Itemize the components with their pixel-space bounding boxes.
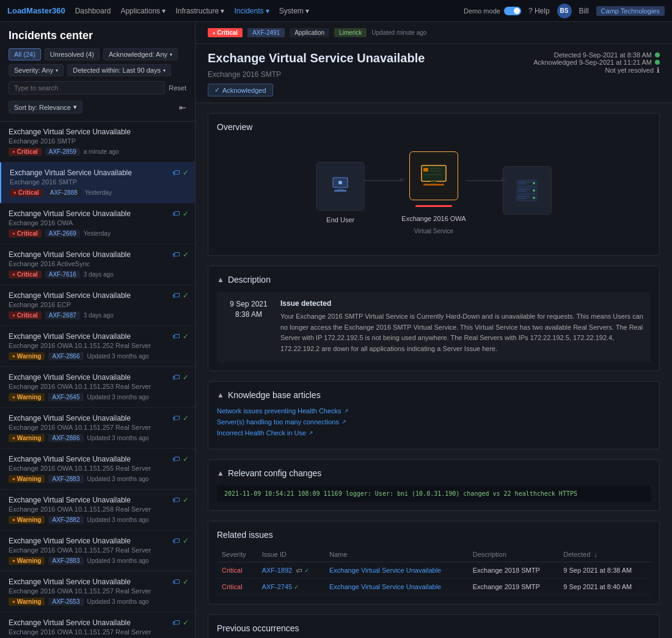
related-detected-2: 9 Sep 2021 at 8:40 AM [558, 578, 651, 595]
nav-system[interactable]: System ▾ [279, 7, 309, 15]
nav-applications[interactable]: Applications ▾ [120, 7, 166, 15]
incident-actions-10: 🏷 ✓ [172, 496, 189, 504]
check-icon-2[interactable]: ✓ [183, 169, 189, 177]
incident-actions-6: 🏷 ✓ [172, 332, 189, 341]
incident-item-2[interactable]: 🏷 ✓ Exchange Virtual Service Unavailable… [0, 162, 195, 203]
filter-detected[interactable]: Detected within: Last 90 days ▾ [67, 64, 171, 76]
sort-button[interactable]: Sort by: Relevance ▾ [9, 101, 82, 114]
incident-actions-11: 🏷 ✓ [172, 537, 189, 545]
search-input[interactable] [9, 81, 165, 95]
incident-item-5[interactable]: 🏷 ✓ Exchange Virtual Service Unavailable… [0, 285, 195, 326]
check-icon-7[interactable]: ✓ [183, 373, 189, 382]
nav-incidents[interactable]: Incidents ▾ [234, 7, 269, 15]
related-name-2[interactable]: Exchange Virtual Service Unavailable [324, 578, 468, 595]
check-icon-13[interactable]: ✓ [183, 618, 189, 627]
kb-link-1[interactable]: Network issues preventing Health Checks … [217, 407, 651, 415]
incident-title-1: Exchange Virtual Service Unavailable [9, 128, 186, 136]
related-name-1[interactable]: Exchange Virtual Service Unavailable [324, 562, 468, 578]
tag-icon-4[interactable]: 🏷 [172, 250, 180, 259]
time-badge-12: Updated 3 months ago [87, 598, 149, 605]
kb-link-3[interactable]: Incorrect Health Check in Use ↗ [217, 429, 651, 437]
top-navigation: LoadMaster360 Dashboard Applications ▾ I… [0, 0, 672, 22]
tag-icon-13[interactable]: 🏷 [172, 618, 180, 627]
check-icon-6[interactable]: ✓ [183, 332, 189, 341]
id-badge-10: AXF-2882 [48, 516, 83, 524]
filter-acknowledged[interactable]: Acknowledged: Any ▾ [103, 48, 178, 60]
incident-item-13[interactable]: 🏷 ✓ Exchange Virtual Service Unavailable… [0, 612, 195, 638]
kb-link-2[interactable]: Server(s) handling too many connections … [217, 418, 651, 426]
sort-arrow: ↓ [594, 551, 597, 558]
related-link-2: AXF-2745 [262, 583, 293, 590]
config-toggle[interactable]: ▲ [217, 469, 224, 477]
incident-item-11[interactable]: 🏷 ✓ Exchange Virtual Service Unavailable… [0, 531, 195, 571]
description-section: ▲ Description 9 Sep 2021 8:38 AM Issue d… [208, 266, 660, 371]
incident-sub-2: Exchange 2016 SMTP [10, 178, 186, 186]
related-row-1: Critical AXF-1892 🏷 ✓ Exchange Virtual S… [217, 562, 651, 578]
incident-item-10[interactable]: 🏷 ✓ Exchange Virtual Service Unavailable… [0, 490, 195, 531]
svg-rect-22 [518, 198, 527, 199]
incident-sub-10: Exchange 2016 OWA 10.1.151.258 Real Serv… [9, 506, 186, 513]
check-icon-4[interactable]: ✓ [183, 250, 189, 259]
incident-actions-8: 🏷 ✓ [172, 414, 189, 422]
tag-icon-2[interactable]: 🏷 [172, 169, 180, 177]
filter-all[interactable]: All (24) [9, 48, 41, 60]
related-id-2[interactable]: AXF-2745 ✓ [257, 578, 324, 595]
tag-icon-6[interactable]: 🏷 [172, 332, 180, 341]
svg-rect-18 [518, 190, 527, 192]
check-icon-12[interactable]: ✓ [183, 578, 189, 586]
related-section: Related issues Severity Issue ID Name De… [208, 521, 660, 604]
tag-icon-11[interactable]: 🏷 [172, 537, 180, 545]
check-icon-9[interactable]: ✓ [183, 455, 189, 463]
end-user-label: End User [326, 216, 354, 224]
tag-icon-12[interactable]: 🏷 [172, 578, 180, 586]
incident-item-6[interactable]: 🏷 ✓ Exchange Virtual Service Unavailable… [0, 326, 195, 367]
collapse-button[interactable]: ⇤ [179, 103, 186, 112]
incident-tags-10: Warning AXF-2882 Updated 3 months ago [9, 516, 186, 524]
tag-icon-5[interactable]: 🏷 [172, 291, 180, 300]
breadcrumb-severity: Critical [208, 28, 243, 37]
severity-badge-3: Critical [9, 230, 42, 237]
description-toggle[interactable]: ▲ [217, 275, 224, 284]
kb-toggle[interactable]: ▲ [217, 391, 224, 399]
reset-button[interactable]: Reset [169, 84, 186, 92]
incident-item-8[interactable]: 🏷 ✓ Exchange Virtual Service Unavailable… [0, 408, 195, 449]
col-issue-id: Issue ID [257, 547, 324, 562]
check-icon-3[interactable]: ✓ [183, 209, 189, 218]
check-icon-11[interactable]: ✓ [183, 537, 189, 545]
org-badge[interactable]: Camp Technologies [596, 6, 665, 16]
nav-infrastructure[interactable]: Infrastructure ▾ [175, 7, 224, 15]
tag-icon-3[interactable]: 🏷 [172, 209, 180, 218]
incident-actions-3: 🏷 ✓ [172, 209, 189, 218]
svg-rect-2 [334, 190, 346, 192]
related-id-1[interactable]: AXF-1892 🏷 ✓ [257, 562, 324, 578]
time-badge-4: 3 days ago [84, 271, 114, 278]
vs-label: Exchange 2016 OWA [401, 214, 466, 223]
check-icon-5[interactable]: ✓ [183, 291, 189, 300]
related-check-icon-1: ✓ [304, 567, 309, 574]
acknowledged-button[interactable]: ✓ Acknowledged [208, 84, 273, 96]
incident-item-12[interactable]: 🏷 ✓ Exchange Virtual Service Unavailable… [0, 571, 195, 612]
check-icon-10[interactable]: ✓ [183, 496, 189, 504]
tag-icon-10[interactable]: 🏷 [172, 496, 180, 504]
demo-toggle-switch[interactable] [504, 7, 521, 15]
incident-item-4[interactable]: 🏷 ✓ Exchange Virtual Service Unavailable… [0, 244, 195, 285]
tag-icon-7[interactable]: 🏷 [172, 373, 180, 382]
check-icon-8[interactable]: ✓ [183, 414, 189, 422]
related-tag-icon-1: 🏷 [296, 567, 302, 574]
filter-unresolved[interactable]: Unresolved (4) [45, 48, 100, 60]
incident-sub-9: Exchange 2016 OWA 10.1.151.255 Real Serv… [9, 465, 186, 472]
incident-item-9[interactable]: 🏷 ✓ Exchange Virtual Service Unavailable… [0, 449, 195, 490]
external-link-icon-1: ↗ [344, 408, 349, 414]
incident-tags-3: Critical AXF-2669 Yesterday [9, 230, 186, 237]
related-desc-1: Exchange 2018 SMTP [468, 562, 559, 578]
incident-item-3[interactable]: 🏷 ✓ Exchange Virtual Service Unavailable… [0, 203, 195, 244]
incident-item-1[interactable]: Exchange Virtual Service Unavailable Exc… [0, 121, 195, 162]
incident-item-7[interactable]: 🏷 ✓ Exchange Virtual Service Unavailable… [0, 367, 195, 408]
nav-help[interactable]: ? Help [528, 7, 550, 15]
nav-dashboard[interactable]: Dashboard [75, 7, 111, 15]
severity-badge-1: Critical [9, 148, 42, 156]
incident-actions-9: 🏷 ✓ [172, 455, 189, 463]
tag-icon-8[interactable]: 🏷 [172, 414, 180, 422]
tag-icon-9[interactable]: 🏷 [172, 455, 180, 463]
filter-severity[interactable]: Severity: Any ▾ [9, 64, 64, 76]
